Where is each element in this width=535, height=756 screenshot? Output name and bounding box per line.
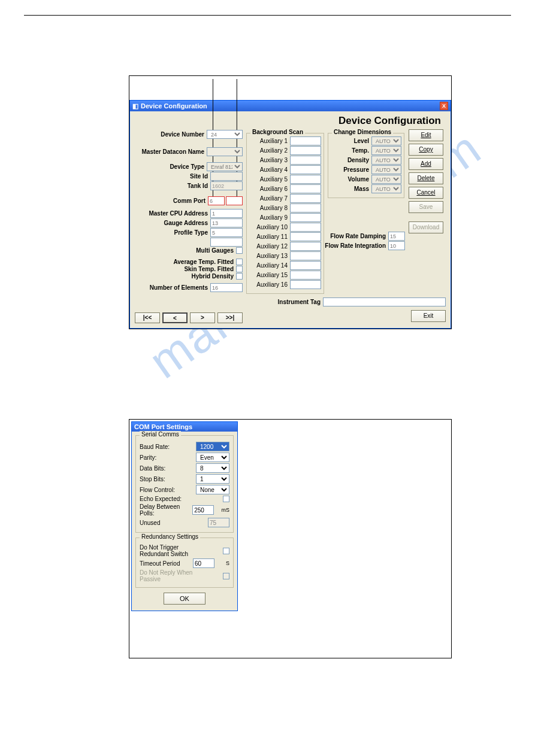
unused-label: Unused: [140, 520, 183, 526]
auxiliary-label: Auxiliary 11: [249, 233, 289, 240]
cancel-button[interactable]: Cancel: [409, 187, 443, 199]
nav-next-button[interactable]: >: [190, 312, 215, 323]
device-type-select[interactable]: Enraf 812/25: [207, 162, 243, 171]
auxiliary-input[interactable]: [290, 213, 321, 222]
window-title: Device Configuration: [141, 102, 207, 110]
auxiliary-input[interactable]: [290, 204, 321, 212]
delay-between-polls-input[interactable]: [192, 505, 214, 515]
device-config-screenshot: ◧ Device Configuration X Device Configur…: [129, 75, 452, 329]
unused-input: [208, 518, 229, 527]
nav-first-button[interactable]: |<<: [135, 312, 160, 323]
auxiliary-label: Auxiliary 1: [249, 138, 289, 144]
save-button[interactable]: Save: [409, 201, 443, 213]
add-button[interactable]: Add: [409, 158, 443, 170]
auxiliary-input[interactable]: [290, 280, 321, 289]
dimension-select[interactable]: AUTO: [371, 165, 401, 174]
tank-id-input[interactable]: [210, 181, 243, 190]
tank-id-label: Tank Id: [135, 183, 209, 189]
master-datacon-name-select[interactable]: [207, 147, 243, 156]
gauge-address-input[interactable]: [210, 218, 243, 227]
device-number-label: Device Number: [135, 131, 205, 138]
dimension-select[interactable]: AUTO: [371, 136, 401, 145]
comm-port-input-b[interactable]: [226, 196, 243, 205]
profile-type-input[interactable]: [210, 228, 243, 237]
stop-bits-select[interactable]: 1: [196, 474, 229, 484]
dimension-select[interactable]: AUTO: [371, 146, 401, 155]
master-cpu-address-label: Master CPU Address: [135, 210, 209, 217]
no-trigger-checkbox[interactable]: [223, 548, 229, 554]
master-cpu-address-input[interactable]: [210, 209, 243, 218]
comm-port-label: Comm Port: [135, 198, 207, 204]
skin-temp-fitted-label: Skin Temp. Fitted: [135, 266, 235, 272]
edit-button[interactable]: Edit: [409, 129, 443, 141]
ok-button[interactable]: OK: [164, 593, 205, 605]
auxiliary-label: Auxiliary 7: [249, 195, 289, 202]
flow-rate-damping-input[interactable]: [388, 232, 405, 241]
master-datacon-name-label: Master Datacon Name: [135, 148, 205, 155]
number-of-elements-input[interactable]: [210, 283, 243, 292]
auxiliary-label: Auxiliary 9: [249, 214, 289, 221]
multi-gauges-checkbox[interactable]: [236, 247, 243, 254]
device-number-select[interactable]: 24: [207, 130, 243, 139]
comm-port-input-a[interactable]: [208, 196, 225, 205]
auxiliary-input[interactable]: [290, 251, 321, 260]
auxiliary-input[interactable]: [290, 261, 321, 270]
auxiliary-input[interactable]: [290, 242, 321, 251]
delete-button[interactable]: Delete: [409, 172, 443, 184]
redundancy-settings-group: Redundancy Settings Do Not Trigger Redun…: [135, 538, 234, 588]
auxiliary-input[interactable]: [290, 223, 321, 232]
dimension-select[interactable]: AUTO: [371, 184, 401, 193]
echo-expected-checkbox[interactable]: [223, 496, 229, 502]
delay-between-polls-label: Delay Between Polls:: [140, 503, 186, 517]
hybrid-density-checkbox[interactable]: [236, 273, 243, 280]
nav-prev-button[interactable]: <: [162, 312, 188, 323]
data-bits-select[interactable]: 8: [196, 463, 229, 473]
exit-button[interactable]: Exit: [411, 310, 446, 322]
flow-rate-integration-input[interactable]: [388, 241, 405, 250]
auxiliary-input[interactable]: [290, 175, 321, 184]
auxiliary-label: Auxiliary 15: [249, 272, 289, 278]
delay-unit: mS: [222, 507, 230, 513]
copy-button[interactable]: Copy: [409, 144, 443, 156]
auxiliary-input[interactable]: [290, 194, 321, 203]
timeout-period-input[interactable]: [193, 558, 214, 568]
dimension-label: Level: [331, 138, 370, 144]
multi-gauges-label: Multi Gauges: [135, 247, 235, 254]
flow-rate-integration-label: Flow Rate Integration: [325, 242, 387, 249]
avg-temp-fitted-checkbox[interactable]: [236, 259, 243, 265]
auxiliary-input[interactable]: [290, 136, 321, 145]
instrument-tag-input[interactable]: [323, 297, 446, 306]
auxiliary-input[interactable]: [290, 165, 321, 174]
site-id-input[interactable]: [210, 172, 243, 181]
baud-rate-select[interactable]: 1200: [196, 442, 229, 451]
com-port-settings-window: COM Port Settings Serial Comms Baud Rate…: [131, 421, 238, 611]
titlebar: COM Port Settings: [132, 422, 237, 432]
close-icon[interactable]: X: [440, 102, 448, 110]
skin-temp-fitted-checkbox[interactable]: [236, 266, 243, 272]
site-id-label: Site Id: [135, 173, 209, 180]
dimension-select[interactable]: AUTO: [371, 175, 401, 184]
device-type-label: Device Type: [135, 163, 205, 170]
background-scan-group: Background Scan Auxiliary 1Auxiliary 2Au…: [246, 133, 324, 294]
flow-control-select[interactable]: None: [196, 485, 229, 494]
download-button[interactable]: Download: [409, 221, 443, 233]
change-dimensions-group: Change Dimensions LevelAUTOTemp.AUTODens…: [328, 133, 404, 198]
dimension-label: Pressure: [331, 166, 370, 173]
timeout-unit: S: [226, 560, 229, 566]
background-scan-legend: Background Scan: [250, 129, 305, 135]
nav-last-button[interactable]: >>|: [217, 312, 243, 323]
auxiliary-input[interactable]: [290, 146, 321, 155]
titlebar: ◧ Device Configuration X: [130, 101, 451, 111]
auxiliary-input[interactable]: [290, 184, 321, 193]
profile-type-label: Profile Type: [135, 229, 209, 236]
auxiliary-label: Auxiliary 3: [249, 157, 289, 163]
auxiliary-input[interactable]: [290, 271, 321, 280]
profile-type-extra-input[interactable]: [210, 238, 243, 247]
parity-select[interactable]: Even: [196, 453, 229, 462]
auxiliary-input[interactable]: [290, 232, 321, 241]
auxiliary-input[interactable]: [290, 156, 321, 165]
dimension-label: Volume: [331, 176, 370, 183]
echo-expected-label: Echo Expected:: [140, 496, 183, 502]
dimension-select[interactable]: AUTO: [371, 156, 401, 165]
window-title: COM Port Settings: [134, 423, 192, 430]
